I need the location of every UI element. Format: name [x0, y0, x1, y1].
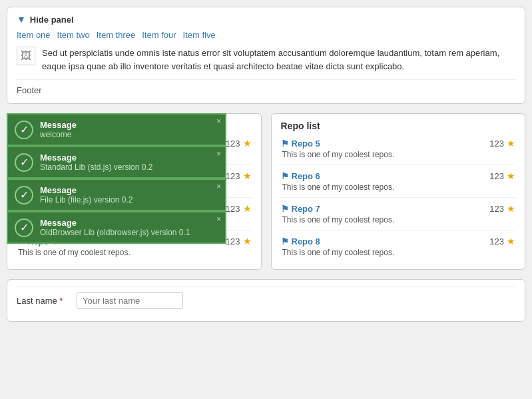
repo-meta: 123 ★	[489, 236, 515, 246]
toast-close-button[interactable]: ×	[216, 215, 221, 223]
repo-count: 123	[226, 204, 240, 214]
toast-1: ✓ Message Standard Lib (std.js) version …	[7, 146, 226, 179]
repo-link[interactable]: ⚑ Repo 7	[281, 204, 320, 214]
triangle-down-icon[interactable]: ▼	[17, 14, 26, 25]
repo-desc: This is one of my coolest repos.	[281, 248, 516, 257]
repo-section: Repo list ⚑ Repo 1 123 ★ This is one of …	[7, 113, 525, 270]
repo-link[interactable]: ⚑ Repo 5	[281, 139, 320, 149]
star-icon: ★	[243, 203, 252, 214]
panel-nav-item-0[interactable]: Item one	[17, 30, 51, 40]
flag-icon: ⚑	[281, 204, 289, 214]
repo-meta: 123 ★	[489, 171, 515, 181]
star-icon: ★	[243, 171, 252, 181]
panel-nav: Item oneItem twoItem threeItem fourItem …	[17, 30, 515, 40]
repo-link[interactable]: ⚑ Repo 8	[281, 236, 320, 246]
toast-0: ✓ Message welcome ×	[7, 113, 226, 146]
repo-meta: 123 ★	[226, 138, 252, 149]
repo-count: 123	[226, 139, 240, 149]
toast-close-button[interactable]: ×	[216, 183, 221, 191]
toast-2: ✓ Message File Lib (file.js) version 0.2…	[7, 179, 226, 211]
repo-item: ⚑ Repo 5 123 ★ This is one of my coolest…	[281, 138, 516, 165]
repo-desc: This is one of my coolest repos.	[281, 150, 516, 159]
toast-message: Standard Lib (std.js) version 0.2	[40, 163, 218, 172]
repo-list-right-title: Repo list	[281, 121, 516, 131]
toast-message: welcome	[40, 130, 218, 139]
star-icon: ★	[243, 138, 252, 149]
last-name-label: Last name *	[17, 296, 70, 306]
repo-meta: 123 ★	[489, 138, 515, 149]
panel-title: Hide panel	[30, 15, 74, 25]
image-icon: 🖼	[17, 47, 35, 65]
panel-header: ▼ Hide panel	[17, 14, 515, 25]
star-icon: ★	[507, 203, 515, 214]
flag-icon: ⚑	[281, 236, 289, 246]
form-last-name-row: Last name *	[17, 292, 515, 309]
toast-title: Message	[40, 218, 218, 228]
form-section: Last name *	[7, 279, 525, 322]
toast-body: Message File Lib (file.js) version 0.2	[40, 185, 218, 204]
repo-link[interactable]: ⚑ Repo 6	[281, 171, 320, 181]
toast-message: File Lib (file.js) version 0.2	[40, 195, 218, 204]
star-icon: ★	[507, 171, 515, 181]
panel-nav-item-3[interactable]: Item four	[142, 30, 176, 40]
toast-close-button[interactable]: ×	[216, 117, 221, 125]
star-icon: ★	[507, 138, 515, 149]
panel-content: 🖼 Sed ut perspiciatis unde omnis iste na…	[17, 47, 515, 73]
repo-desc: This is one of my coolest repos.	[17, 248, 252, 257]
repo-count: 123	[489, 139, 504, 149]
repo-item: ⚑ Repo 6 123 ★ This is one of my coolest…	[281, 171, 516, 198]
repo-desc: This is one of my coolest repos.	[281, 215, 516, 224]
repo-meta: 123 ★	[226, 171, 252, 181]
toast-title: Message	[40, 185, 218, 195]
panel-section: ▼ Hide panel Item oneItem twoItem threeI…	[7, 7, 525, 104]
repo-count: 123	[226, 171, 240, 181]
star-icon: ★	[243, 236, 252, 246]
toast-title: Message	[40, 120, 218, 130]
last-name-input[interactable]	[77, 292, 183, 309]
repo-count: 123	[226, 236, 240, 246]
repo-meta: 123 ★	[226, 203, 252, 214]
repo-count: 123	[489, 236, 504, 246]
panel-nav-item-1[interactable]: Item two	[57, 30, 90, 40]
toast-check-icon: ✓	[15, 186, 33, 204]
toast-message: OldBrowser Lib (oldbrowser.js) version 0…	[40, 228, 218, 237]
repo-item: ⚑ Repo 8 123 ★ This is one of my coolest…	[281, 236, 516, 262]
toast-check-icon: ✓	[15, 121, 33, 139]
toast-stack: ✓ Message welcome × ✓ Message Standard L…	[7, 113, 226, 244]
repo-meta: 123 ★	[489, 203, 515, 214]
toast-body: Message welcome	[40, 120, 218, 139]
repo-item: ⚑ Repo 7 123 ★ This is one of my coolest…	[281, 203, 516, 230]
toast-title: Message	[40, 153, 218, 163]
repo-count: 123	[489, 204, 504, 214]
flag-icon: ⚑	[281, 171, 289, 181]
repo-count: 123	[489, 171, 504, 181]
toast-body: Message OldBrowser Lib (oldbrowser.js) v…	[40, 218, 218, 237]
repo-list-right: Repo list ⚑ Repo 5 123 ★ This is one of …	[271, 113, 526, 270]
flag-icon: ⚑	[281, 139, 289, 149]
repo-meta: 123 ★	[226, 236, 252, 246]
panel-nav-item-2[interactable]: Item three	[97, 30, 136, 40]
toast-3: ✓ Message OldBrowser Lib (oldbrowser.js)…	[7, 211, 226, 244]
toast-check-icon: ✓	[15, 153, 33, 172]
required-indicator: *	[59, 296, 63, 306]
toast-body: Message Standard Lib (std.js) version 0.…	[40, 153, 218, 172]
toast-check-icon: ✓	[15, 218, 33, 237]
panel-body-text: Sed ut perspiciatis unde omnis iste natu…	[42, 47, 515, 73]
panel-footer: Footer	[17, 79, 515, 95]
repo-desc: This is one of my coolest repos.	[281, 183, 516, 192]
panel-nav-item-4[interactable]: Item five	[183, 30, 216, 40]
form-separator	[17, 286, 515, 287]
star-icon: ★	[507, 236, 515, 246]
toast-close-button[interactable]: ×	[216, 150, 221, 158]
